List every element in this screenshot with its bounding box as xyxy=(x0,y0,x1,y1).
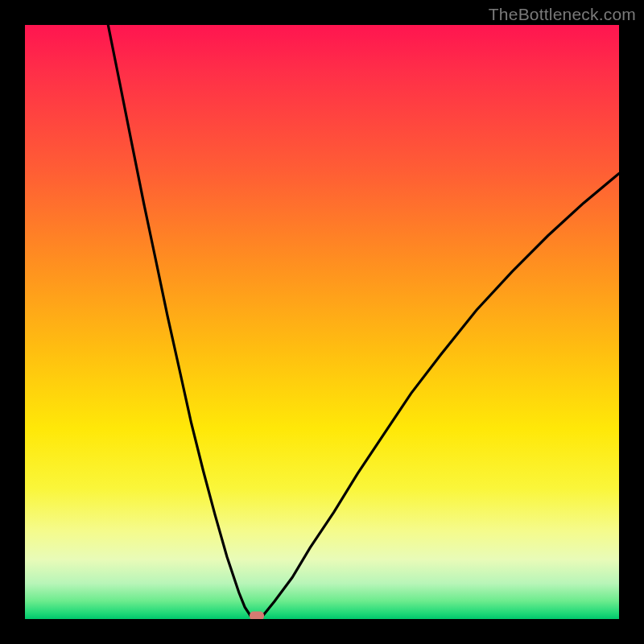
watermark-text: TheBottleneck.com xyxy=(489,5,636,24)
curve-right-branch xyxy=(262,174,619,617)
curve-left-branch xyxy=(108,25,250,616)
plot-area xyxy=(25,25,619,619)
minimum-marker xyxy=(250,612,264,619)
bottleneck-curve xyxy=(25,25,619,619)
